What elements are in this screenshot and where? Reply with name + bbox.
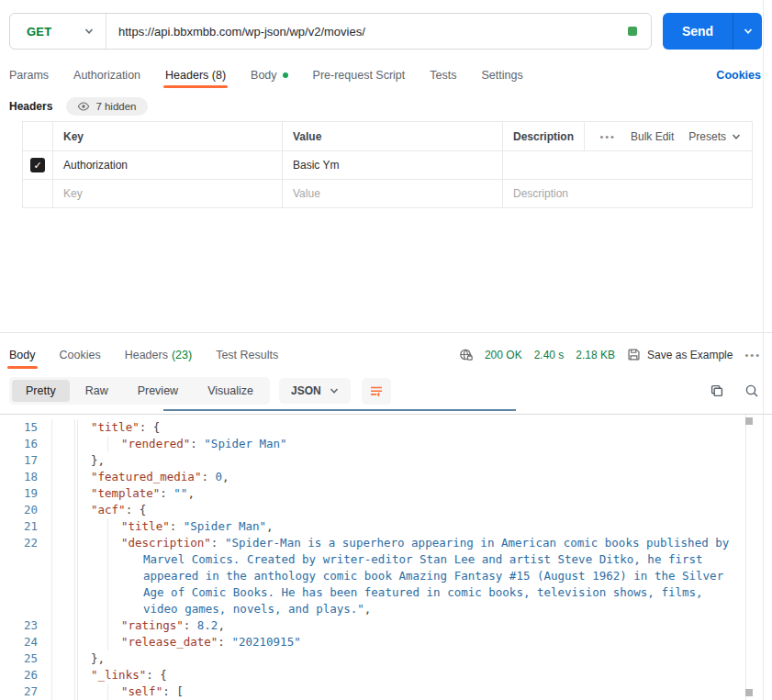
code-line: 26"_links": { [0, 667, 772, 683]
response-time[interactable]: 2.40 s [534, 349, 565, 361]
wrap-lines-button[interactable] [362, 378, 391, 405]
save-icon [627, 348, 641, 361]
request-tabs: ParamsAuthorizationHeaders (8)BodyPre-re… [9, 65, 761, 84]
line-number: 26 [0, 667, 52, 683]
line-number: 20 [0, 502, 52, 518]
value-cell[interactable]: Value [283, 180, 503, 207]
save-as-example-button[interactable]: Save as Example [627, 348, 733, 361]
line-number: 23 [0, 617, 52, 634]
scrollbar-thumb-bottom[interactable] [745, 689, 753, 696]
code-line: 24"release_date": "20210915" [0, 634, 772, 650]
code-line: 20"acf": { [0, 502, 772, 518]
response-tab-test-results[interactable]: Test Results [216, 349, 278, 361]
status-badge[interactable]: 200 OK [485, 349, 522, 361]
line-number [0, 568, 52, 584]
description-cell[interactable]: Description [503, 187, 752, 200]
eye-icon [77, 100, 90, 113]
view-preview[interactable]: Preview [124, 380, 192, 402]
view-pretty[interactable]: Pretty [12, 380, 70, 402]
response-size[interactable]: 2.18 KB [576, 349, 615, 361]
headers-table: Key Value Description ••• Bulk Edit Pres… [22, 121, 753, 208]
vertical-scrollbar-track[interactable] [745, 415, 746, 700]
tab-settings[interactable]: Settings [481, 69, 522, 82]
response-more-icon[interactable]: ••• [744, 350, 761, 361]
pane-border [763, 0, 764, 700]
tab-body[interactable]: Body [251, 69, 288, 82]
chevron-down-icon [84, 27, 94, 36]
value-value: Basic Ym [293, 159, 339, 172]
response-tab-headers[interactable]: Headers(23) [125, 349, 192, 361]
tab-pre-request-script[interactable]: Pre-request Script [313, 69, 406, 82]
line-number: 18 [0, 469, 52, 485]
key-placeholder: Key [63, 187, 83, 200]
network-lock-icon[interactable] [459, 348, 473, 361]
key-cell[interactable]: Authorization [53, 151, 283, 179]
column-header-description: Description [503, 122, 585, 150]
format-label: JSON [291, 384, 321, 397]
line-number: 24 [0, 634, 52, 650]
request-pane: GET Send ParamsAuthorizationHeaders (8)B… [0, 13, 772, 332]
value-cell[interactable]: Basic Ym [283, 151, 503, 179]
tab-params[interactable]: Params [9, 69, 49, 82]
column-header-value: Value [283, 122, 503, 150]
response-tab-cookies[interactable]: Cookies [60, 349, 101, 361]
line-number: 16 [0, 436, 52, 452]
presets-dropdown[interactable]: Presets [688, 130, 741, 143]
view-mode-switcher: PrettyRawPreviewVisualize [9, 377, 270, 405]
scrollbar-thumb-top[interactable] [745, 417, 753, 425]
tab-tests[interactable]: Tests [430, 69, 456, 82]
url-input[interactable] [106, 25, 628, 39]
table-header-row: Key Value Description ••• Bulk Edit Pres… [23, 122, 752, 150]
more-options-icon[interactable]: ••• [599, 131, 616, 142]
response-controls: PrettyRawPreviewVisualize JSON [0, 377, 772, 405]
search-icon[interactable] [744, 383, 759, 398]
method-dropdown[interactable]: GET [10, 14, 106, 49]
column-header-key: Key [53, 122, 283, 150]
send-button[interactable]: Send [663, 13, 762, 50]
cookies-link[interactable]: Cookies [716, 69, 761, 82]
hidden-headers-toggle[interactable]: 7 hidden [66, 97, 147, 116]
bulk-edit-button[interactable]: Bulk Edit [631, 130, 674, 143]
presets-label: Presets [688, 130, 726, 143]
response-pane: BodyCookiesHeaders(23)Test Results 200 O… [0, 332, 772, 700]
code-line: Age of Comic Books. He has been featured… [0, 584, 772, 601]
chevron-down-icon [330, 386, 339, 395]
wrap-lines-icon [369, 383, 384, 398]
line-number: 19 [0, 485, 52, 502]
tab-authorization[interactable]: Authorization [73, 69, 140, 82]
value-placeholder: Value [293, 187, 320, 200]
tab-headers-8[interactable]: Headers (8) [165, 69, 226, 82]
response-tab-body[interactable]: Body [9, 349, 36, 361]
view-raw[interactable]: Raw [72, 380, 122, 402]
body-set-dot [283, 72, 288, 78]
method-label: GET [27, 25, 51, 39]
chevron-down-icon [732, 132, 741, 141]
code-line: 23"ratings": 8.2, [0, 617, 772, 634]
line-number: 22 [0, 535, 52, 551]
table-actions: ••• Bulk Edit Presets [585, 130, 752, 143]
line-number: 21 [0, 518, 52, 535]
line-number [0, 601, 52, 617]
view-visualize[interactable]: Visualize [194, 380, 267, 402]
select-all-cell[interactable] [23, 122, 53, 150]
code-line: 27"self": [ [0, 683, 772, 700]
horizontal-scroll-indicator[interactable] [163, 409, 516, 411]
code-line: 15"title": { [0, 419, 772, 436]
table-row: ✓ Authorization Basic Ym [23, 150, 752, 179]
line-number [0, 551, 52, 568]
code-line: 19"template": "", [0, 485, 772, 502]
format-dropdown[interactable]: JSON [279, 378, 351, 404]
copy-icon[interactable] [710, 383, 724, 398]
line-number: 27 [0, 683, 52, 700]
method-url-box: GET [9, 13, 652, 50]
row-checkbox-cell: ✓ [23, 151, 53, 179]
row-checkbox[interactable]: ✓ [30, 158, 45, 172]
hidden-headers-label: 7 hidden [95, 101, 136, 112]
code-line: appeared in the anthology comic book Ama… [0, 568, 772, 584]
url-row: GET Send [9, 13, 762, 50]
code-line: 21"title": "Spider Man", [0, 518, 772, 535]
response-tabs: BodyCookiesHeaders(23)Test Results 200 O… [0, 333, 772, 364]
send-options-caret[interactable] [733, 13, 762, 50]
save-as-example-label: Save as Example [647, 349, 733, 361]
key-cell[interactable]: Key [53, 180, 283, 207]
